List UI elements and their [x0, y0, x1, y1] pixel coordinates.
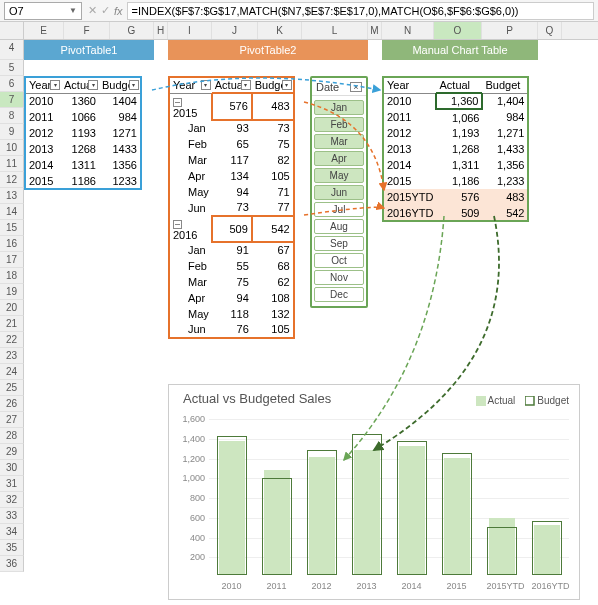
column-header-N[interactable]: N	[382, 22, 434, 39]
row-header-10[interactable]: 10	[0, 140, 24, 156]
row-header-14[interactable]: 14	[0, 204, 24, 220]
table-row[interactable]: Jan9373	[169, 120, 294, 136]
slicer-item-apr[interactable]: Apr	[314, 151, 364, 166]
table-row[interactable]: 2015YTD576483	[383, 189, 528, 205]
table-row[interactable]: 20101,3601,404	[383, 93, 528, 109]
row-header-4[interactable]: 4	[0, 40, 24, 60]
filter-dropdown-icon[interactable]: ▾	[282, 80, 292, 90]
pt2-header[interactable]: Year▾	[169, 77, 212, 93]
row-header-12[interactable]: 12	[0, 172, 24, 188]
slicer-item-aug[interactable]: Aug	[314, 219, 364, 234]
table-row[interactable]: 2016YTD509542	[383, 205, 528, 221]
table-row[interactable]: Feb6575	[169, 136, 294, 152]
table-row[interactable]: Apr94108	[169, 290, 294, 306]
table-row[interactable]: 201413111356	[25, 157, 141, 173]
bar-2010[interactable]: 2010	[217, 419, 247, 575]
table-row[interactable]: 201312681433	[25, 141, 141, 157]
table-row[interactable]: 201013601404	[25, 93, 141, 109]
table-row[interactable]: Mar11782	[169, 152, 294, 168]
table-row[interactable]: Feb5568	[169, 258, 294, 274]
bar-2013[interactable]: 2013	[352, 419, 382, 575]
filter-dropdown-icon[interactable]: ▾	[88, 80, 98, 90]
row-header-17[interactable]: 17	[0, 252, 24, 268]
column-header-K[interactable]: K	[258, 22, 302, 39]
slicer-item-jan[interactable]: Jan	[314, 100, 364, 115]
table-row[interactable]: Jan9167	[169, 242, 294, 258]
row-header-15[interactable]: 15	[0, 220, 24, 236]
slicer-item-nov[interactable]: Nov	[314, 270, 364, 285]
pivot-table-1[interactable]: Year▾Actual▾Budget▾ 20101360140420111066…	[24, 76, 142, 190]
column-header-L[interactable]: L	[302, 22, 368, 39]
cells-area[interactable]: PivotTable1 PivotTable2 Manual Chart Tab…	[24, 40, 598, 604]
table-row[interactable]: 20111,066984	[383, 109, 528, 125]
row-header-20[interactable]: 20	[0, 300, 24, 316]
bar-2014[interactable]: 2014	[397, 419, 427, 575]
bar-2015YTD[interactable]: 2015YTD	[487, 419, 517, 575]
clear-filter-icon[interactable]: ⨯	[350, 82, 362, 92]
bar-2012[interactable]: 2012	[307, 419, 337, 575]
slicer-item-mar[interactable]: Mar	[314, 134, 364, 149]
column-header-Q[interactable]: Q	[538, 22, 562, 39]
pt2-header[interactable]: Budget▾	[252, 77, 294, 93]
row-header-29[interactable]: 29	[0, 444, 24, 460]
collapse-icon[interactable]: –	[173, 220, 182, 229]
row-header-22[interactable]: 22	[0, 332, 24, 348]
date-slicer[interactable]: Date ⨯ JanFebMarAprMayJunJulAugSepOctNov…	[310, 76, 368, 308]
row-header-33[interactable]: 33	[0, 508, 24, 524]
column-header-G[interactable]: G	[110, 22, 154, 39]
row-header-19[interactable]: 19	[0, 284, 24, 300]
column-header-I[interactable]: I	[168, 22, 212, 39]
slicer-item-oct[interactable]: Oct	[314, 253, 364, 268]
row-header-30[interactable]: 30	[0, 460, 24, 476]
row-header-7[interactable]: 7	[0, 92, 24, 108]
chevron-down-icon[interactable]: ▼	[69, 6, 77, 15]
table-row[interactable]: –2015576483	[169, 93, 294, 120]
row-header-25[interactable]: 25	[0, 380, 24, 396]
column-header-F[interactable]: F	[64, 22, 110, 39]
slicer-item-jul[interactable]: Jul	[314, 202, 364, 217]
manual-chart-table[interactable]: YearActualBudget 20101,3601,40420111,066…	[382, 76, 529, 222]
row-header-21[interactable]: 21	[0, 316, 24, 332]
column-header-J[interactable]: J	[212, 22, 258, 39]
filter-dropdown-icon[interactable]: ▾	[129, 80, 139, 90]
filter-dropdown-icon[interactable]: ▾	[50, 80, 60, 90]
slicer-item-dec[interactable]: Dec	[314, 287, 364, 302]
row-header-28[interactable]: 28	[0, 428, 24, 444]
table-row[interactable]: 201211931271	[25, 125, 141, 141]
cancel-icon[interactable]: ✕	[88, 4, 97, 17]
row-header-11[interactable]: 11	[0, 156, 24, 172]
select-all-corner[interactable]	[0, 22, 24, 39]
column-header-O[interactable]: O	[434, 22, 482, 39]
row-header-31[interactable]: 31	[0, 476, 24, 492]
column-header-E[interactable]: E	[24, 22, 64, 39]
chart-actual-vs-budget[interactable]: Actual vs Budgeted Sales Actual Budget 2…	[168, 384, 580, 600]
table-row[interactable]: May9471	[169, 184, 294, 200]
column-header-M[interactable]: M	[368, 22, 382, 39]
filter-dropdown-icon[interactable]: ▾	[201, 80, 211, 90]
table-row[interactable]: Apr134105	[169, 168, 294, 184]
row-header-32[interactable]: 32	[0, 492, 24, 508]
fx-icon[interactable]: fx	[114, 5, 123, 17]
pt1-header[interactable]: Year▾	[25, 77, 61, 93]
row-header-8[interactable]: 8	[0, 108, 24, 124]
row-header-5[interactable]: 5	[0, 60, 24, 76]
row-header-13[interactable]: 13	[0, 188, 24, 204]
row-header-24[interactable]: 24	[0, 364, 24, 380]
slicer-item-may[interactable]: May	[314, 168, 364, 183]
row-header-16[interactable]: 16	[0, 236, 24, 252]
filter-dropdown-icon[interactable]: ▾	[241, 80, 251, 90]
row-header-36[interactable]: 36	[0, 556, 24, 572]
formula-input[interactable]: =INDEX($F$7:$G$17,MATCH($N7,$E$7:$E$17,0…	[127, 2, 594, 20]
row-header-18[interactable]: 18	[0, 268, 24, 284]
table-row[interactable]: May118132	[169, 306, 294, 322]
bar-2011[interactable]: 2011	[262, 419, 292, 575]
table-row[interactable]: 20151,1861,233	[383, 173, 528, 189]
row-header-35[interactable]: 35	[0, 540, 24, 556]
column-header-P[interactable]: P	[482, 22, 538, 39]
row-header-26[interactable]: 26	[0, 396, 24, 412]
bar-2015[interactable]: 2015	[442, 419, 472, 575]
column-header-H[interactable]: H	[154, 22, 168, 39]
pt2-header[interactable]: Actual▾	[212, 77, 252, 93]
bar-2016YTD[interactable]: 2016YTD	[532, 419, 562, 575]
name-box[interactable]: O7 ▼	[4, 2, 82, 20]
